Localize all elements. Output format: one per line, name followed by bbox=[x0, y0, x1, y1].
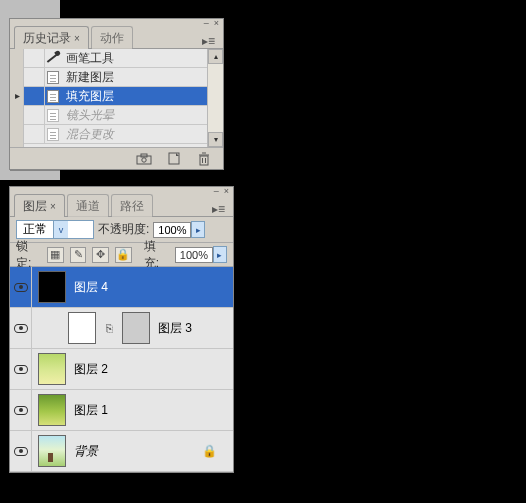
eye-icon bbox=[14, 365, 28, 374]
history-tabstrip: 历史记录× 动作 ▸≡ bbox=[10, 28, 223, 49]
history-item-label: 新建图层 bbox=[60, 69, 114, 86]
history-scrollbar[interactable]: ▴ ▾ bbox=[207, 49, 223, 147]
history-item[interactable]: 画笔工具 bbox=[24, 49, 207, 68]
visibility-toggle[interactable] bbox=[10, 267, 32, 307]
new-document-icon[interactable] bbox=[165, 152, 183, 166]
visibility-toggle[interactable] bbox=[10, 431, 32, 471]
document-icon bbox=[45, 127, 60, 141]
tab-paths[interactable]: 路径 bbox=[111, 194, 153, 217]
layer-row[interactable]: ⎘ 图层 3 bbox=[10, 308, 233, 349]
layer-name[interactable]: 图层 2 bbox=[74, 361, 108, 378]
close-icon[interactable]: × bbox=[50, 201, 56, 212]
lock-all-button[interactable]: 🔒 bbox=[115, 247, 132, 263]
trash-icon[interactable] bbox=[195, 152, 213, 166]
history-item-future[interactable]: 混合更改 bbox=[24, 125, 207, 144]
layer-name[interactable]: 图层 3 bbox=[158, 320, 192, 337]
opacity-flyout-icon[interactable]: ▸ bbox=[191, 221, 205, 238]
link-icon[interactable]: ⎘ bbox=[104, 322, 114, 334]
layer-thumbnail[interactable] bbox=[38, 353, 66, 385]
scroll-up-icon[interactable]: ▴ bbox=[208, 49, 223, 64]
layer-row-background[interactable]: 背景 🔒 bbox=[10, 431, 233, 472]
lock-position-button[interactable]: ✥ bbox=[92, 247, 109, 263]
history-thumb-cell bbox=[24, 106, 45, 124]
brush-icon bbox=[45, 51, 60, 65]
lock-pixels-button[interactable]: ✎ bbox=[70, 247, 87, 263]
layer-thumbnail[interactable] bbox=[38, 394, 66, 426]
history-list: 画笔工具 新建图层 ▸ 填充图层 镜头光晕 混合更改 bbox=[24, 49, 207, 147]
history-item-label: 镜头光晕 bbox=[60, 107, 114, 124]
layer-name[interactable]: 图层 4 bbox=[74, 279, 108, 296]
document-icon bbox=[45, 108, 60, 122]
eye-icon bbox=[14, 324, 28, 333]
visibility-toggle[interactable] bbox=[10, 349, 32, 389]
eye-icon bbox=[14, 283, 28, 292]
lock-icon: 🔒 bbox=[202, 444, 217, 458]
tab-label: 图层 bbox=[23, 199, 47, 213]
tab-label: 路径 bbox=[120, 199, 144, 213]
layer-row[interactable]: 图层 1 bbox=[10, 390, 233, 431]
chevron-down-icon[interactable]: v bbox=[53, 221, 68, 238]
blend-mode-select[interactable]: 正常 v bbox=[16, 220, 94, 239]
opacity-value[interactable]: 100% bbox=[153, 222, 191, 238]
layer-options-row: 正常 v 不透明度: 100% ▸ bbox=[10, 217, 233, 243]
history-item[interactable]: 新建图层 bbox=[24, 68, 207, 87]
document-icon bbox=[45, 89, 60, 103]
tab-history[interactable]: 历史记录× bbox=[14, 26, 89, 49]
history-panel: – × 历史记录× 动作 ▸≡ 画笔工具 新建图层 ▸ 填充图层 bbox=[9, 18, 224, 170]
history-thumb-cell bbox=[24, 49, 45, 67]
fill-input[interactable]: 100% ▸ bbox=[175, 246, 227, 263]
history-item-selected[interactable]: ▸ 填充图层 bbox=[24, 87, 207, 106]
history-current-marker: ▸ bbox=[10, 90, 24, 101]
layers-tabstrip: 图层× 通道 路径 ▸≡ bbox=[10, 196, 233, 217]
layer-name[interactable]: 背景 bbox=[74, 443, 98, 460]
blend-mode-value: 正常 bbox=[17, 221, 53, 238]
history-item-label: 混合更改 bbox=[60, 126, 114, 143]
lock-transparency-button[interactable]: ▦ bbox=[47, 247, 64, 263]
svg-point-2 bbox=[142, 157, 146, 161]
tab-channels[interactable]: 通道 bbox=[67, 194, 109, 217]
fill-flyout-icon[interactable]: ▸ bbox=[213, 246, 227, 263]
tab-label: 历史记录 bbox=[23, 31, 71, 45]
history-thumb-cell bbox=[24, 125, 45, 143]
layers-panel: – × 图层× 通道 路径 ▸≡ 正常 v 不透明度: 100% ▸ 锁定: ▦… bbox=[9, 186, 234, 473]
new-snapshot-icon[interactable] bbox=[135, 152, 153, 166]
fill-value[interactable]: 100% bbox=[175, 247, 213, 263]
scroll-down-icon[interactable]: ▾ bbox=[208, 132, 223, 147]
layer-name[interactable]: 图层 1 bbox=[74, 402, 108, 419]
eye-icon bbox=[14, 447, 28, 456]
history-item-label: 填充图层 bbox=[60, 88, 114, 105]
visibility-toggle[interactable] bbox=[10, 308, 32, 348]
panel-window-controls[interactable]: – × bbox=[214, 186, 229, 196]
tab-layers[interactable]: 图层× bbox=[14, 194, 65, 217]
layer-mask-thumbnail[interactable] bbox=[122, 312, 150, 344]
layer-list: 图层 4 ⎘ 图层 3 图层 2 图层 1 bbox=[10, 267, 233, 472]
layer-lock-row: 锁定: ▦ ✎ ✥ 🔒 填充: 100% ▸ bbox=[10, 243, 233, 267]
layer-thumbnail[interactable] bbox=[38, 435, 66, 467]
panel-menu-icon[interactable]: ▸≡ bbox=[208, 202, 229, 216]
svg-rect-4 bbox=[200, 156, 208, 165]
panel-window-controls[interactable]: – × bbox=[204, 18, 219, 28]
layer-thumbnail[interactable] bbox=[68, 312, 96, 344]
layer-thumbnail[interactable] bbox=[38, 271, 66, 303]
opacity-input[interactable]: 100% ▸ bbox=[153, 221, 205, 238]
tab-label: 动作 bbox=[100, 31, 124, 45]
visibility-toggle[interactable] bbox=[10, 390, 32, 430]
history-thumb-cell bbox=[24, 68, 45, 86]
tab-label: 通道 bbox=[76, 199, 100, 213]
eye-icon bbox=[14, 406, 28, 415]
history-body: 画笔工具 新建图层 ▸ 填充图层 镜头光晕 混合更改 bbox=[10, 49, 223, 147]
layer-row-selected[interactable]: 图层 4 bbox=[10, 267, 233, 308]
document-icon bbox=[45, 70, 60, 84]
opacity-label: 不透明度: bbox=[98, 221, 149, 238]
close-icon[interactable]: × bbox=[74, 33, 80, 44]
panel-menu-icon[interactable]: ▸≡ bbox=[198, 34, 219, 48]
tab-actions[interactable]: 动作 bbox=[91, 26, 133, 49]
history-item-label: 画笔工具 bbox=[60, 50, 114, 67]
history-item-future[interactable]: 镜头光晕 bbox=[24, 106, 207, 125]
history-thumb-cell bbox=[24, 87, 45, 105]
layer-row[interactable]: 图层 2 bbox=[10, 349, 233, 390]
history-footer bbox=[10, 147, 223, 169]
